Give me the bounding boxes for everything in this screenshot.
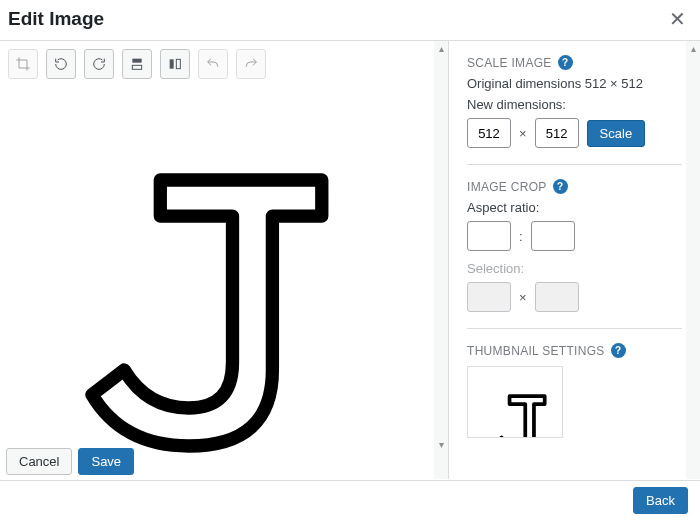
scale-heading: SCALE IMAGE ? <box>467 55 682 70</box>
divider <box>467 328 682 329</box>
times-icon: × <box>519 126 527 141</box>
editor-pane: ▴ ▾ Cancel Save <box>0 41 448 479</box>
times-icon: × <box>519 290 527 305</box>
save-button[interactable]: Save <box>78 448 134 475</box>
flip-vertical-icon[interactable] <box>122 49 152 79</box>
selection-height-input <box>535 282 579 312</box>
close-icon[interactable]: ✕ <box>669 9 686 29</box>
crop-heading-label: IMAGE CROP <box>467 180 547 194</box>
thumbnail-preview <box>467 366 563 438</box>
svg-rect-3 <box>176 59 180 68</box>
toolbar <box>0 41 448 85</box>
scale-height-input[interactable] <box>535 118 579 148</box>
aspect-ratio-label: Aspect ratio: <box>467 200 682 215</box>
redo-icon <box>236 49 266 79</box>
selection-width-input <box>467 282 511 312</box>
settings-pane: SCALE IMAGE ? Original dimensions 512 × … <box>448 41 700 479</box>
scroll-down-icon[interactable]: ▾ <box>434 437 448 451</box>
scale-button[interactable]: Scale <box>587 120 646 147</box>
image-canvas[interactable] <box>0 85 448 479</box>
editor-actions: Cancel Save <box>6 448 134 479</box>
cancel-button[interactable]: Cancel <box>6 448 72 475</box>
undo-icon <box>198 49 228 79</box>
selection-row: × <box>467 282 682 312</box>
help-icon[interactable]: ? <box>611 343 626 358</box>
flip-horizontal-icon[interactable] <box>160 49 190 79</box>
selection-label: Selection: <box>467 261 682 276</box>
original-dimensions: Original dimensions 512 × 512 <box>467 76 682 91</box>
scroll-up-icon[interactable]: ▴ <box>434 41 448 55</box>
aspect-height-input[interactable] <box>531 221 575 251</box>
scroll-up-icon[interactable]: ▴ <box>686 41 700 55</box>
dialog-header: Edit Image ✕ <box>0 0 700 41</box>
colon-sep: : <box>519 229 523 244</box>
dialog-body: ▴ ▾ Cancel Save SCALE IMAGE ? Original d… <box>0 41 700 479</box>
svg-rect-2 <box>170 59 174 68</box>
rotate-right-icon[interactable] <box>84 49 114 79</box>
dialog-footer: Back <box>0 480 700 520</box>
dialog-title: Edit Image <box>8 8 104 30</box>
scale-heading-label: SCALE IMAGE <box>467 56 552 70</box>
scale-row: × Scale <box>467 118 682 148</box>
back-button[interactable]: Back <box>633 487 688 514</box>
aspect-width-input[interactable] <box>467 221 511 251</box>
rotate-left-icon[interactable] <box>46 49 76 79</box>
scale-width-input[interactable] <box>467 118 511 148</box>
left-scrollbar[interactable]: ▴ ▾ <box>434 41 448 479</box>
thumb-heading-label: THUMBNAIL SETTINGS <box>467 344 605 358</box>
crop-icon <box>8 49 38 79</box>
thumb-heading: THUMBNAIL SETTINGS ? <box>467 343 682 358</box>
right-scrollbar[interactable]: ▴ <box>686 41 700 479</box>
help-icon[interactable]: ? <box>558 55 573 70</box>
svg-rect-1 <box>132 65 141 69</box>
divider <box>467 164 682 165</box>
svg-rect-0 <box>132 59 141 63</box>
crop-heading: IMAGE CROP ? <box>467 179 682 194</box>
aspect-row: : <box>467 221 682 251</box>
new-dimensions-label: New dimensions: <box>467 97 682 112</box>
help-icon[interactable]: ? <box>553 179 568 194</box>
